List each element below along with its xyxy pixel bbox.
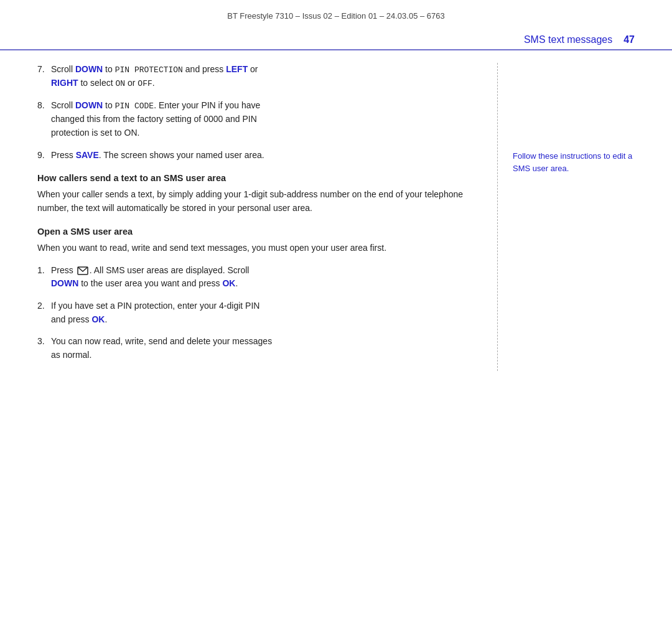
section-header: SMS text messages 47 bbox=[0, 27, 672, 50]
para-callers: When your caller sends a text, by simply… bbox=[37, 188, 478, 215]
item-number-2: 2. bbox=[37, 299, 51, 326]
mono-off: OFF bbox=[138, 79, 152, 88]
instruction-item-2: 2. If you have set a PIN protection, ent… bbox=[37, 299, 478, 326]
instruction-item-1: 1. Press . All SMS user areas are displa… bbox=[37, 264, 478, 291]
mono-on: ON bbox=[115, 79, 125, 88]
page-header: BT Freestyle 7310 – Issus 02 – Edition 0… bbox=[0, 0, 672, 27]
instruction-item-7: 7. Scroll DOWN to PIN PROTECTION and pre… bbox=[37, 63, 478, 90]
keyword-ok-1: OK bbox=[222, 278, 235, 288]
subheading-open-sms: Open a SMS user area bbox=[37, 227, 478, 237]
keyword-down-2: DOWN bbox=[75, 100, 103, 110]
item-number-1: 1. bbox=[37, 264, 51, 291]
keyword-ok-2: OK bbox=[91, 314, 105, 324]
section-title: SMS text messages bbox=[524, 34, 612, 45]
instruction-item-3: 3. You can now read, write, send and del… bbox=[37, 335, 478, 362]
keyword-save: SAVE bbox=[76, 150, 99, 160]
item-content-3: You can now read, write, send and delete… bbox=[51, 335, 272, 362]
item-content-2: If you have set a PIN protection, enter … bbox=[51, 299, 259, 326]
instruction-item-9: 9. Press SAVE. The screen shows your nam… bbox=[37, 149, 478, 162]
keyword-right: RIGHT bbox=[51, 78, 78, 88]
keyword-down-1: DOWN bbox=[75, 64, 103, 74]
sidebar-column: Follow these instructions to edit a SMS … bbox=[498, 63, 635, 371]
item-content-1: Press . All SMS user areas are displayed… bbox=[51, 264, 249, 291]
page-number: 47 bbox=[623, 34, 635, 45]
item-content-8: Scroll DOWN to PIN CODE. Enter your PIN … bbox=[51, 99, 260, 140]
keyword-left: LEFT bbox=[226, 64, 248, 74]
page-wrapper: BT Freestyle 7310 – Issus 02 – Edition 0… bbox=[0, 0, 672, 371]
item-number-7: 7. bbox=[37, 63, 51, 90]
instructions-list-1: 7. Scroll DOWN to PIN PROTECTION and pre… bbox=[37, 63, 478, 162]
item-content-7: Scroll DOWN to PIN PROTECTION and press … bbox=[51, 63, 258, 90]
para-open-sms: When you want to read, write and send te… bbox=[37, 242, 478, 255]
item-number-3: 3. bbox=[37, 335, 51, 362]
keyword-down-3: DOWN bbox=[51, 278, 78, 288]
envelope-icon bbox=[77, 266, 88, 275]
sidebar-note: Follow these instructions to edit a SMS … bbox=[513, 150, 635, 174]
header-title: BT Freestyle 7310 – Issus 02 – Edition 0… bbox=[227, 11, 445, 21]
mono-pin-code: PIN CODE bbox=[115, 101, 154, 111]
subheading-callers: How callers send a text to an SMS user a… bbox=[37, 173, 478, 183]
item-number-9: 9. bbox=[37, 149, 51, 162]
instructions-list-2: 1. Press . All SMS user areas are displa… bbox=[37, 264, 478, 362]
content-column: 7. Scroll DOWN to PIN PROTECTION and pre… bbox=[37, 63, 498, 371]
item-content-9: Press SAVE. The screen shows your named … bbox=[51, 149, 264, 162]
item-number-8: 8. bbox=[37, 99, 51, 140]
instruction-item-8: 8. Scroll DOWN to PIN CODE. Enter your P… bbox=[37, 99, 478, 140]
mono-pin-protection: PIN PROTECTION bbox=[115, 65, 183, 75]
main-layout: 7. Scroll DOWN to PIN PROTECTION and pre… bbox=[0, 57, 672, 371]
